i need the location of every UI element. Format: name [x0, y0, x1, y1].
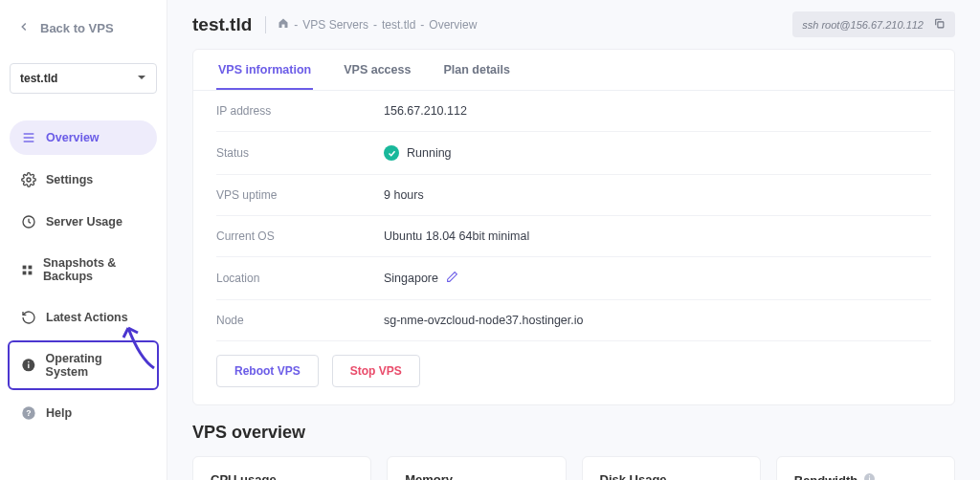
- back-label: Back to VPS: [40, 21, 114, 35]
- copy-icon[interactable]: [933, 17, 946, 32]
- info-row-ip: IP address 156.67.210.112: [216, 91, 931, 132]
- vps-overview-title: VPS overview: [192, 423, 955, 443]
- svg-rect-5: [23, 265, 27, 269]
- info-value: 9 hours: [384, 188, 424, 202]
- sidebar-item-label: Help: [46, 406, 72, 420]
- info-value: Ubuntu 18.04 64bit minimal: [384, 229, 529, 243]
- help-icon: ?: [21, 405, 36, 421]
- sidebar: Back to VPS test.tld Overview Settings S…: [0, 0, 167, 480]
- sidebar-item-label: Overview: [46, 131, 100, 144]
- header-row: test.tld - VPS Servers - test.tld - Over…: [192, 11, 955, 37]
- sidebar-item-server-usage[interactable]: Server Usage: [10, 205, 157, 239]
- overview-grid: CPU usage 2% Memory 58% Disk Usage 2 GB …: [192, 456, 955, 480]
- metric-title: Bandwidth: [794, 472, 937, 480]
- info-label: Status: [216, 146, 384, 160]
- activity-icon: [21, 214, 36, 229]
- svg-rect-10: [28, 364, 29, 369]
- edit-icon[interactable]: [446, 271, 458, 286]
- sidebar-item-help[interactable]: ? Help: [10, 396, 157, 430]
- tabs: VPS information VPS access Plan details: [193, 50, 954, 91]
- sidebar-item-label: Operating System: [46, 352, 145, 379]
- back-to-vps-link[interactable]: Back to VPS: [10, 14, 157, 42]
- info-value: 156.67.210.112: [384, 104, 467, 118]
- svg-rect-8: [29, 271, 33, 274]
- svg-point-3: [27, 178, 31, 182]
- info-label: Current OS: [216, 229, 384, 243]
- vps-info-card: VPS information VPS access Plan details …: [192, 49, 955, 405]
- info-label: Node: [216, 314, 384, 327]
- selector-value: test.tld: [20, 72, 57, 85]
- info-tooltip-icon[interactable]: [863, 472, 876, 480]
- svg-rect-7: [23, 271, 27, 274]
- svg-rect-17: [869, 475, 870, 476]
- arrow-left-icon: [17, 20, 31, 36]
- cpu-usage-card: CPU usage 2%: [192, 456, 371, 480]
- ssh-command-box[interactable]: ssh root@156.67.210.112: [792, 11, 955, 37]
- svg-rect-11: [28, 361, 29, 362]
- home-icon[interactable]: [278, 17, 289, 32]
- info-row-node: Node sg-nme-ovzcloud-node37.hostinger.io: [216, 300, 931, 341]
- reboot-vps-button[interactable]: Reboot VPS: [216, 355, 319, 387]
- info-label: VPS uptime: [216, 188, 384, 202]
- svg-rect-14: [938, 22, 944, 28]
- info-value: sg-nme-ovzcloud-node37.hostinger.io: [384, 314, 583, 327]
- metric-title: Memory: [405, 472, 547, 480]
- sidebar-item-overview[interactable]: Overview: [10, 120, 157, 155]
- info-value: Singapore: [384, 271, 458, 286]
- action-buttons: Reboot VPS Stop VPS: [216, 355, 931, 387]
- page-title: test.tld: [192, 14, 252, 35]
- info-row-location: Location Singapore: [216, 257, 931, 300]
- info-row-status: Status Running: [216, 132, 931, 175]
- tab-vps-access[interactable]: VPS access: [342, 50, 412, 90]
- tab-vps-information[interactable]: VPS information: [216, 50, 313, 90]
- info-row-os: Current OS Ubuntu 18.04 64bit minimal: [216, 216, 931, 257]
- vps-selector[interactable]: test.tld: [10, 63, 157, 94]
- status-check-icon: [384, 145, 399, 161]
- gear-icon: [21, 172, 36, 187]
- breadcrumb-vps-servers[interactable]: VPS Servers: [302, 18, 368, 32]
- bandwidth-card: Bandwidth 0 TB 0% used 1 TB Total bandwi…: [776, 456, 955, 480]
- divider: [265, 16, 266, 33]
- metric-title: CPU usage: [211, 472, 353, 480]
- info-row-uptime: VPS uptime 9 hours: [216, 175, 931, 216]
- history-icon: [21, 310, 36, 325]
- svg-text:?: ?: [26, 408, 31, 418]
- ssh-text: ssh root@156.67.210.112: [802, 19, 924, 31]
- caret-down-icon: [137, 72, 146, 85]
- disk-usage-card: Disk Usage 2 GB 10% used 20 GB Total sto…: [582, 456, 761, 480]
- tab-plan-details[interactable]: Plan details: [441, 50, 511, 90]
- sidebar-item-label: Server Usage: [46, 215, 122, 229]
- info-label: Location: [216, 272, 384, 285]
- sidebar-item-snapshots[interactable]: Snapshots & Backups: [10, 247, 157, 293]
- svg-rect-6: [29, 265, 33, 269]
- breadcrumb-host[interactable]: test.tld: [382, 18, 415, 32]
- main-content: test.tld - VPS Servers - test.tld - Over…: [167, 0, 980, 480]
- list-icon: [21, 130, 36, 145]
- sidebar-item-label: Settings: [46, 173, 93, 186]
- info-label: IP address: [216, 104, 384, 118]
- grid-icon: [21, 262, 33, 277]
- sidebar-item-settings[interactable]: Settings: [10, 163, 157, 197]
- metric-title: Disk Usage: [600, 472, 743, 480]
- sidebar-item-latest-actions[interactable]: Latest Actions: [10, 300, 157, 335]
- status-text: Running: [407, 146, 452, 160]
- info-value: Running: [384, 145, 452, 161]
- breadcrumb-overview: Overview: [429, 18, 477, 32]
- sidebar-item-label: Latest Actions: [46, 311, 128, 324]
- stop-vps-button[interactable]: Stop VPS: [332, 355, 420, 387]
- sidebar-item-label: Snapshots & Backups: [43, 256, 145, 283]
- info-icon: [21, 358, 36, 373]
- info-body: IP address 156.67.210.112 Status Running…: [193, 91, 954, 404]
- sidebar-item-operating-system[interactable]: Operating System: [10, 342, 157, 388]
- memory-card: Memory 58%: [387, 456, 566, 480]
- breadcrumb: - VPS Servers - test.tld - Overview: [278, 17, 477, 32]
- location-text: Singapore: [384, 272, 438, 285]
